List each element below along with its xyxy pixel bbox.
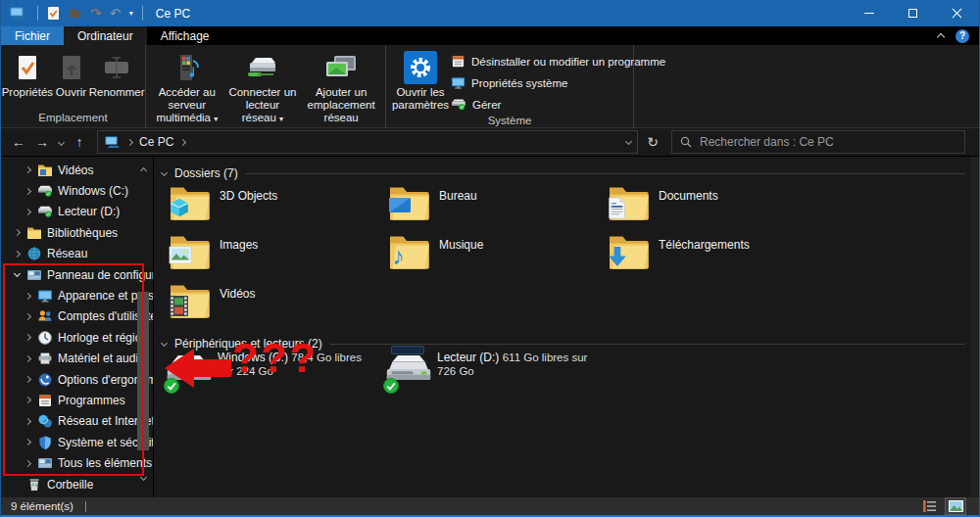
tab-fichier[interactable]: Fichier (1, 26, 64, 45)
redo-icon[interactable]: ↷ (90, 7, 101, 20)
close-button[interactable] (935, 0, 979, 26)
window-controls (847, 0, 979, 26)
folder-tile-documents[interactable]: Documents (607, 182, 826, 231)
drives-section-header[interactable]: Périphériques et lecteurs (2) (162, 337, 965, 351)
drives-section-title: Périphériques et lecteurs (2) (174, 337, 322, 351)
expand-icon[interactable] (24, 355, 31, 362)
sidebar-item-systeme-securite[interactable]: Système et sécurité (1, 432, 153, 452)
qat-customize-caret[interactable]: ▾ (129, 9, 133, 18)
sidebar-item-reseau-internet[interactable]: Réseau et Internet (1, 411, 153, 432)
expand-icon[interactable] (24, 313, 31, 320)
folder-tile-3d-objects[interactable]: 3D Objects (168, 182, 387, 231)
sidebar-item-ergonomie[interactable]: Options d'ergonomie (1, 369, 153, 390)
open-settings-button[interactable]: Ouvrir les paramètres (390, 49, 451, 114)
collapse-ribbon-icon[interactable] (937, 33, 945, 41)
download-arrow-icon (608, 246, 627, 267)
folder-tile-bureau[interactable]: Bureau (387, 182, 607, 231)
drive-tile-lecteur-d[interactable]: Lecteur (D:) 611 Go libres sur 726 Go (385, 351, 605, 392)
system-properties-label: Propriétés système (471, 77, 567, 89)
drive-tile-windows-c[interactable]: Windows (C:) 78,4 Go libres sur 224 Go (166, 351, 385, 392)
drive-check-icon (383, 378, 399, 394)
expand-icon[interactable] (24, 397, 31, 403)
tab-ordinateur[interactable]: Ordinateur (64, 26, 147, 45)
sidebar-item-panneau-de-configuration[interactable]: Panneau de configuration (1, 264, 153, 285)
sidebar-item-tous-elements[interactable]: Tous les éléments du Panneau de configur… (1, 452, 153, 473)
sidebar-item-lecteur-d[interactable]: Lecteur (D:) (1, 202, 153, 222)
expand-icon[interactable] (24, 166, 31, 173)
network-icon (26, 246, 42, 261)
tab-affichage[interactable]: Affichage (147, 26, 223, 45)
folder-tile-musique[interactable]: ♪ Musique (387, 231, 607, 280)
expand-icon[interactable] (24, 334, 31, 341)
add-network-location-button[interactable]: Ajouter un emplacement réseau (301, 49, 381, 126)
expand-icon[interactable] (24, 460, 31, 467)
properties-quick-icon[interactable] (47, 6, 60, 21)
search-icon (680, 136, 692, 148)
ribbon-group-systeme: Ouvrir les paramètres Désinstaller ou mo… (386, 45, 634, 127)
section-collapse-icon[interactable] (161, 168, 168, 175)
folders-section-header[interactable]: Dossiers (7) (162, 166, 965, 180)
folder-tile-telechargements[interactable]: Téléchargements (607, 231, 826, 280)
document-icon (608, 197, 626, 219)
sidebar-item-apparence[interactable]: Apparence et personnalisation (1, 285, 153, 306)
sidebar-item-windows-c[interactable]: Windows (C:) (1, 180, 153, 201)
breadcrumb-chevron2[interactable] (179, 138, 186, 145)
expand-icon[interactable] (24, 292, 31, 299)
sidebar-item-programmes[interactable]: Programmes (1, 390, 153, 410)
rename-button[interactable]: Renommer (91, 49, 142, 101)
search-box (671, 130, 965, 154)
content-scrollbar-track[interactable] (970, 157, 979, 497)
section-collapse-icon[interactable] (161, 339, 168, 346)
details-view-button[interactable] (920, 498, 940, 514)
collapse-icon[interactable] (14, 270, 21, 277)
media-server-button[interactable]: Accéder au serveur multimédia ▾ (150, 49, 224, 127)
folder-tile-videos[interactable]: Vidéos (168, 280, 387, 329)
properties-button[interactable]: Propriétés (4, 49, 51, 101)
maximize-button[interactable] (891, 0, 935, 26)
sidebar-label: Panneau de configuration (47, 268, 153, 282)
minimize-button[interactable] (847, 0, 891, 26)
sidebar-item-horloge[interactable]: Horloge et région (1, 327, 153, 348)
up-button[interactable]: ↑ (68, 134, 91, 150)
clock-icon (37, 330, 53, 346)
explorer-system-icon[interactable] (9, 6, 26, 21)
sidebar-label: Tous les éléments du Panneau de configur… (58, 456, 153, 470)
refresh-button[interactable]: ↻ (638, 134, 667, 150)
file-list-pane: Dossiers (7) 3D Objects Bureau Docum (154, 157, 979, 497)
sidebar-item-bibliotheques[interactable]: Bibliothèques (1, 222, 153, 243)
forward-button[interactable]: → (30, 134, 54, 150)
address-dropdown-caret[interactable] (625, 137, 632, 144)
sidebar-item-materiel[interactable]: Matériel et audio (1, 349, 153, 369)
expand-icon[interactable] (24, 376, 31, 383)
expand-icon[interactable] (24, 188, 31, 195)
properties-icon (16, 51, 39, 84)
undo-icon[interactable]: ↶ (110, 7, 121, 20)
new-folder-quick-icon[interactable] (69, 7, 81, 20)
expand-icon[interactable] (24, 418, 31, 425)
expand-icon[interactable] (14, 251, 21, 258)
expand-icon[interactable] (24, 439, 31, 446)
back-button[interactable]: ← (7, 134, 30, 150)
address-bar[interactable]: Ce PC (97, 130, 638, 154)
search-input[interactable] (700, 135, 956, 149)
help-icon[interactable]: ? (956, 29, 969, 43)
sidebar-item-videos[interactable]: Vidéos (1, 160, 153, 180)
sidebar-scrollbar-thumb[interactable] (137, 292, 149, 450)
thumbnail-view-button[interactable] (946, 498, 965, 514)
drive-icon (37, 205, 53, 218)
3d-cube-icon (169, 197, 190, 218)
media-server-icon (172, 51, 202, 84)
recent-locations-caret[interactable] (54, 134, 68, 150)
sidebar-item-comptes[interactable]: Comptes d'utilisateurs (1, 306, 153, 327)
expand-icon[interactable] (24, 209, 31, 215)
titlebar-separator (37, 6, 38, 21)
sidebar-item-reseau[interactable]: Réseau (1, 244, 153, 264)
main-area: Vidéos Windows (C:) Lecteur (D:) Bibliot… (1, 157, 979, 497)
sidebar-item-corbeille[interactable]: Corbeille (1, 474, 153, 494)
expand-icon[interactable] (14, 229, 21, 236)
folder-tile-images[interactable]: Images (168, 231, 387, 280)
open-button[interactable]: Ouvrir (53, 49, 89, 101)
breadcrumb-root[interactable]: Ce PC (139, 135, 173, 149)
breadcrumb-chevron[interactable] (126, 138, 133, 145)
map-network-drive-button[interactable]: Connecter un lecteur réseau ▾ (224, 49, 302, 127)
